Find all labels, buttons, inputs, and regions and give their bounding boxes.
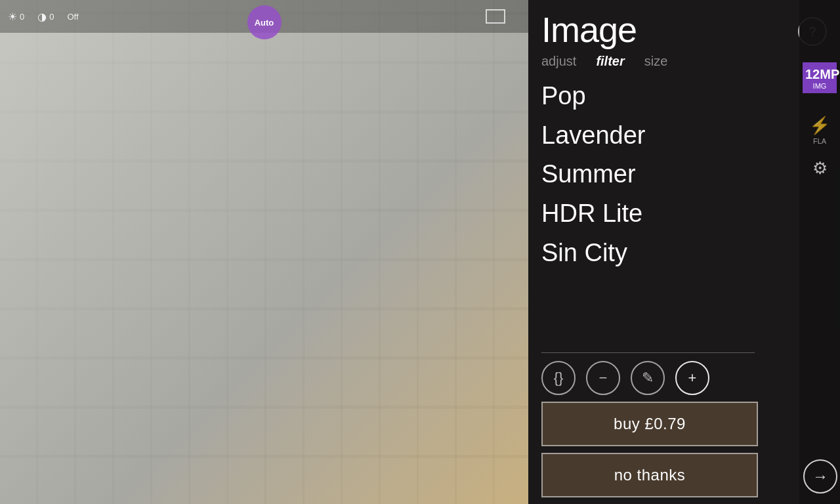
- arrow-right-icon: →: [812, 467, 828, 486]
- filter-item-lavender[interactable]: Lavender: [541, 116, 840, 156]
- tab-adjust[interactable]: adjust: [541, 54, 576, 72]
- filter-list: Pop Lavender Summer HDR Lite Sin City: [528, 77, 840, 350]
- tab-filter[interactable]: filter: [596, 54, 624, 72]
- settings-button[interactable]: ⚙: [812, 158, 828, 178]
- auto-badge[interactable]: Auto: [247, 5, 282, 39]
- code-icon: {}: [554, 369, 564, 387]
- flash-control[interactable]: ⚡ FLA: [809, 116, 830, 145]
- flash-icon: ⚡: [809, 116, 830, 136]
- filter-item-summer[interactable]: Summer: [541, 155, 840, 194]
- contrast-control: ◑ 0: [37, 10, 54, 23]
- edit-icon: ✎: [642, 369, 654, 387]
- minus-button[interactable]: −: [586, 361, 620, 395]
- mp-badge: 12MP IMG: [803, 62, 837, 93]
- page-title: Image: [541, 12, 637, 47]
- brightness-control: ☀ 0: [8, 10, 24, 23]
- side-icons: 12MP IMG ⚡ FLA ⚙ →: [799, 0, 840, 504]
- viewfinder-rect: [486, 9, 505, 24]
- gear-icon: ⚙: [812, 158, 828, 178]
- add-button[interactable]: +: [675, 361, 709, 395]
- filter-actions: {} − ✎ +: [528, 358, 840, 402]
- filter-item-hdr-lite[interactable]: HDR Lite: [541, 194, 840, 234]
- panel-tabs: adjust filter size: [528, 54, 840, 72]
- filter-item-sin-city[interactable]: Sin City: [541, 234, 840, 273]
- mp-badge-block[interactable]: 12MP IMG: [803, 62, 837, 93]
- code-button[interactable]: {}: [541, 361, 576, 395]
- no-thanks-button[interactable]: no thanks: [541, 453, 758, 497]
- mode-control: Off: [67, 12, 78, 22]
- panel-header: Image ?: [528, 0, 840, 54]
- filter-item-pop[interactable]: Pop: [541, 77, 840, 116]
- next-button[interactable]: →: [803, 459, 837, 494]
- buy-button[interactable]: buy £0.79: [541, 402, 758, 446]
- tab-size[interactable]: size: [644, 54, 668, 72]
- fla-label: FLA: [813, 137, 826, 145]
- divider: [541, 352, 755, 353]
- camera-top-controls: ☀ 0 ◑ 0 Off Auto: [0, 0, 528, 33]
- camera-view: ☀ 0 ◑ 0 Off Auto: [0, 0, 528, 504]
- minus-icon: −: [599, 369, 608, 387]
- right-panel: Image ? adjust filter size Pop Lavender …: [528, 0, 840, 504]
- add-icon: +: [688, 369, 697, 387]
- edit-button[interactable]: ✎: [631, 361, 665, 395]
- purchase-buttons: buy £0.79 no thanks: [528, 402, 840, 504]
